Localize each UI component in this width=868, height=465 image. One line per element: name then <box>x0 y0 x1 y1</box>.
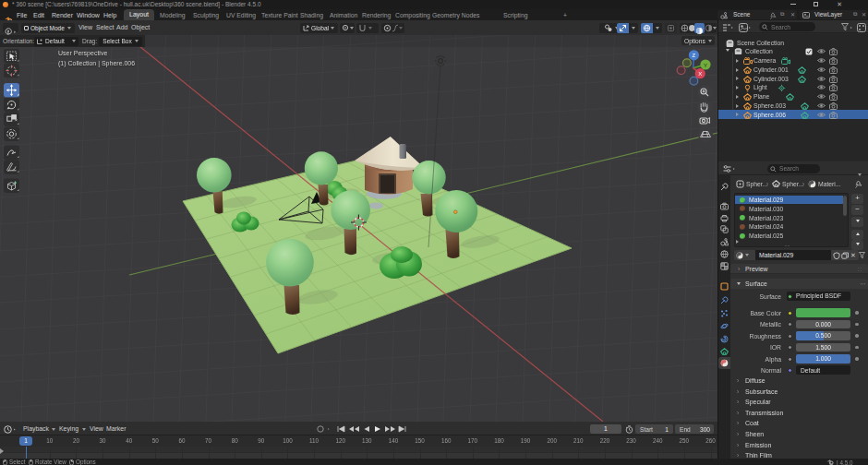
svg-text:X: X <box>698 71 702 77</box>
svg-text:Y: Y <box>704 63 707 68</box>
svg-text:Z: Z <box>693 53 696 58</box>
